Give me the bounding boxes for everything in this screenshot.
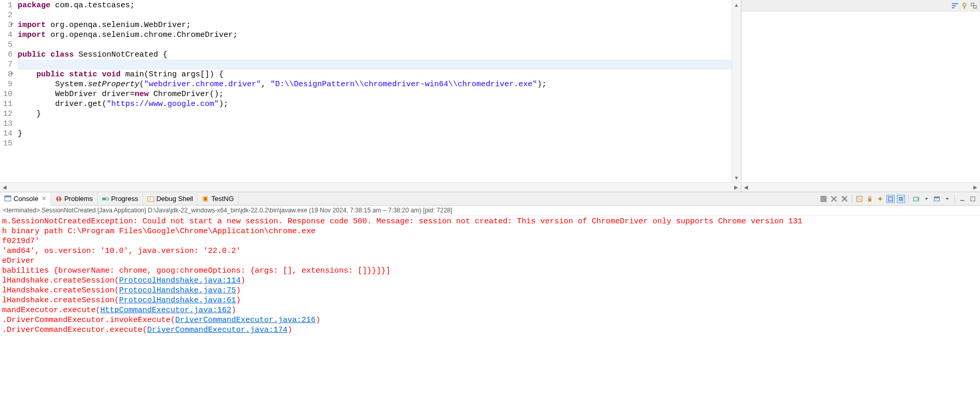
console-line: 'amd64', os.version: '10.0', java.versio… (2, 246, 978, 256)
console-line: .DriverCommandExecutor.execute(DriverCom… (2, 325, 978, 335)
problems-icon (55, 195, 62, 203)
code-body[interactable]: package com.qa.testcases;import org.open… (16, 0, 731, 182)
code-line[interactable]: package com.qa.testcases; (18, 1, 731, 10)
svg-rect-6 (974, 6, 976, 8)
svg-rect-33 (960, 200, 964, 201)
scroll-lock-button[interactable] (866, 195, 874, 203)
scroll-left-icon[interactable]: ◀ (0, 183, 9, 192)
svg-rect-10 (58, 197, 59, 199)
stacktrace-link[interactable]: ProtocolHandshake.java:61 (119, 296, 236, 305)
outline-horizontal-scrollbar[interactable]: ◀ ▶ (741, 182, 980, 192)
code-line[interactable] (18, 60, 731, 70)
stacktrace-link[interactable]: HttpCommandExecutor.java:162 (100, 306, 231, 315)
show-console-button[interactable] (886, 195, 895, 203)
svg-rect-8 (5, 196, 11, 197)
scroll-down-icon[interactable]: ▼ (732, 173, 741, 182)
console-icon (4, 195, 11, 202)
scroll-right-icon[interactable]: ▶ (971, 183, 980, 192)
tab-progress[interactable]: Progress (98, 192, 143, 205)
console-line: m.SessionNotCreatedException: Could not … (2, 217, 978, 226)
editor-area: 123456789101112131415 package com.qa.tes… (0, 0, 980, 192)
open-console-button[interactable] (912, 195, 920, 203)
code-line[interactable] (18, 10, 731, 20)
svg-rect-18 (820, 196, 827, 202)
remove-all-button[interactable] (840, 195, 848, 203)
code-line[interactable] (18, 40, 731, 50)
scroll-right-icon[interactable]: ▶ (731, 183, 741, 192)
console-output[interactable]: m.SessionNotCreatedException: Could not … (0, 216, 980, 416)
svg-rect-32 (934, 197, 939, 198)
svg-rect-0 (952, 3, 958, 4)
outline-link-icon[interactable] (970, 2, 978, 10)
svg-rect-27 (888, 197, 893, 201)
svg-rect-34 (971, 197, 975, 201)
code-line[interactable]: public class SessionNotCreated { (18, 50, 731, 60)
code-line[interactable]: } (18, 109, 731, 119)
tab-debugshell-label: Debug Shell (156, 195, 193, 203)
scroll-left-icon[interactable]: ◀ (741, 183, 751, 192)
console-line: babilities {browserName: chrome, goog:ch… (2, 266, 978, 276)
tab-debugshell[interactable]: J Debug Shell (143, 192, 198, 205)
code-line[interactable] (18, 139, 731, 149)
console-line: lHandshake.createSession(ProtocolHandsha… (2, 286, 978, 296)
svg-line-25 (858, 197, 861, 200)
scroll-up-icon[interactable]: ▲ (732, 0, 741, 9)
code-line[interactable]: public static void main(String args[]) { (18, 70, 731, 79)
stacktrace-link[interactable]: DriverCommandExecutor.java:216 (175, 316, 316, 325)
svg-rect-17 (204, 197, 206, 200)
display-selected-button[interactable] (933, 195, 941, 203)
console-line: .DriverCommandExecutor.invokeExecute(Dri… (2, 315, 978, 325)
console-line: lHandshake.createSession(ProtocolHandsha… (2, 276, 978, 286)
outline-filter-icon[interactable] (960, 2, 969, 10)
svg-point-3 (963, 3, 966, 6)
tab-console[interactable]: Console ✕ (0, 193, 51, 206)
fold-marker-icon[interactable] (11, 22, 14, 26)
console-line: f0219d7' (2, 236, 978, 246)
terminate-button[interactable] (819, 195, 828, 203)
maximize-button[interactable] (969, 195, 977, 203)
dropdown-display-icon[interactable] (943, 195, 951, 203)
stacktrace-link[interactable]: ProtocolHandshake.java:114 (119, 276, 241, 285)
dropdown-open-console-icon[interactable] (922, 195, 931, 203)
outline-content[interactable] (741, 11, 980, 182)
minimize-button[interactable] (958, 195, 966, 203)
code-line[interactable]: import org.openqa.selenium.WebDriver; (18, 20, 731, 30)
code-line[interactable]: System.setProperty("webdriver.chrome.dri… (18, 79, 731, 89)
svg-rect-13 (102, 198, 106, 200)
svg-rect-1 (952, 5, 956, 6)
code-line[interactable] (18, 119, 731, 129)
pin-console-button[interactable] (876, 195, 884, 203)
code-line[interactable]: import org.openqa.selenium.chrome.Chrome… (18, 30, 731, 40)
clear-console-button[interactable] (855, 195, 864, 203)
console-line: mandExecutor.execute(HttpCommandExecutor… (2, 305, 978, 315)
remove-launch-button[interactable] (830, 195, 838, 203)
console-toolbar (819, 195, 980, 203)
code-line[interactable]: driver.get("https://www.google.com"); (18, 99, 731, 109)
outline-toolbar (741, 0, 980, 11)
svg-rect-29 (899, 199, 903, 200)
code-line[interactable]: } (18, 129, 731, 139)
tab-testng[interactable]: TestNG (198, 192, 238, 205)
stacktrace-link[interactable]: DriverCommandExecutor.java:174 (147, 326, 288, 334)
console-header: <terminated> SessionNotCreated [Java App… (0, 206, 980, 216)
line-gutter: 123456789101112131415 (0, 0, 16, 182)
progress-icon (102, 195, 109, 203)
outline-pane: ◀ ▶ (741, 0, 980, 192)
svg-rect-5 (971, 3, 974, 6)
bottom-panel: Console ✕ Problems Progress J Debug Shel… (0, 192, 980, 416)
close-icon[interactable]: ✕ (42, 195, 46, 202)
svg-rect-28 (899, 197, 903, 198)
svg-text:J: J (149, 197, 151, 202)
console-line: h binary path C:\Program Files\Google\Ch… (2, 226, 978, 236)
editor-horizontal-scrollbar[interactable]: ◀ ▶ (0, 182, 741, 192)
tab-progress-label: Progress (111, 195, 138, 203)
tab-problems[interactable]: Problems (51, 192, 98, 205)
code-line[interactable]: WebDriver driver=new ChromeDriver(); (18, 89, 731, 99)
tab-testng-label: TestNG (211, 195, 233, 203)
stacktrace-link[interactable]: ProtocolHandshake.java:75 (119, 286, 236, 295)
fold-marker-icon[interactable] (11, 71, 14, 75)
editor-vertical-scrollbar[interactable]: ▲ ▼ (731, 0, 741, 182)
outline-sort-icon[interactable] (951, 2, 959, 10)
svg-rect-26 (868, 198, 871, 202)
show-output-button[interactable] (897, 195, 905, 203)
